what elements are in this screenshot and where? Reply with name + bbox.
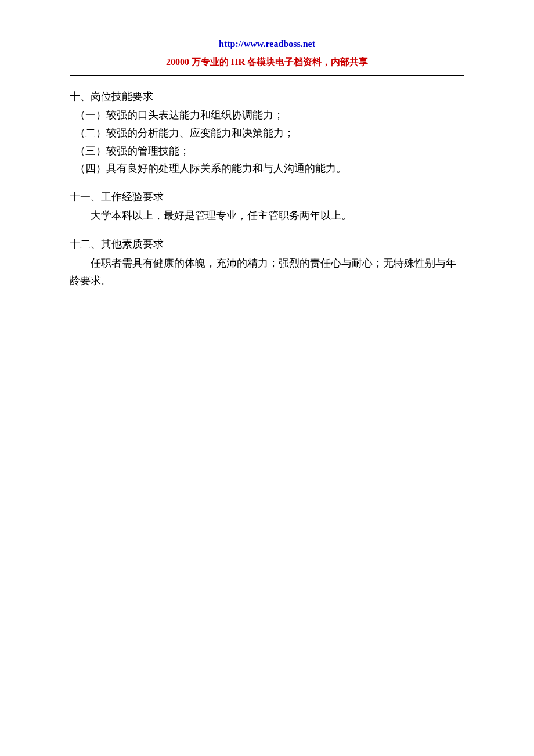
section-10-item-1: （一）较强的口头表达能力和组织协调能力； [75, 106, 464, 124]
header-divider [70, 75, 464, 76]
document-header: http://www.readboss.net 20000 万专业的 HR 各模… [70, 35, 464, 70]
section-10-item-4: （四）具有良好的处理人际关系的能力和与人沟通的能力。 [75, 160, 464, 178]
section-12: 十二、其他素质要求 任职者需具有健康的体魄，充沛的精力；强烈的责任心与耐心；无特… [70, 235, 464, 290]
section-12-title: 十二、其他素质要求 [70, 235, 464, 253]
section-10-item-2: （二）较强的分析能力、应变能力和决策能力； [75, 124, 464, 142]
header-link[interactable]: http://www.readboss.net [219, 39, 315, 49]
section-10-title: 十、岗位技能要求 [70, 88, 464, 106]
section-10-item-3: （三）较强的管理技能； [75, 142, 464, 160]
section-11-title: 十一、工作经验要求 [70, 188, 464, 206]
header-subtitle: 20000 万专业的 HR 各模块电子档资料，内部共享 [70, 54, 464, 70]
section-11: 十一、工作经验要求 大学本科以上，最好是管理专业，任主管职务两年以上。 [70, 188, 464, 225]
section-10: 十、岗位技能要求 （一）较强的口头表达能力和组织协调能力； （二）较强的分析能力… [70, 88, 464, 178]
section-11-body: 大学本科以上，最好是管理专业，任主管职务两年以上。 [70, 207, 464, 225]
document-page: http://www.readboss.net 20000 万专业的 HR 各模… [0, 0, 534, 335]
section-12-body: 任职者需具有健康的体魄，充沛的精力；强烈的责任心与耐心；无特殊性别与年龄要求。 [70, 254, 464, 290]
